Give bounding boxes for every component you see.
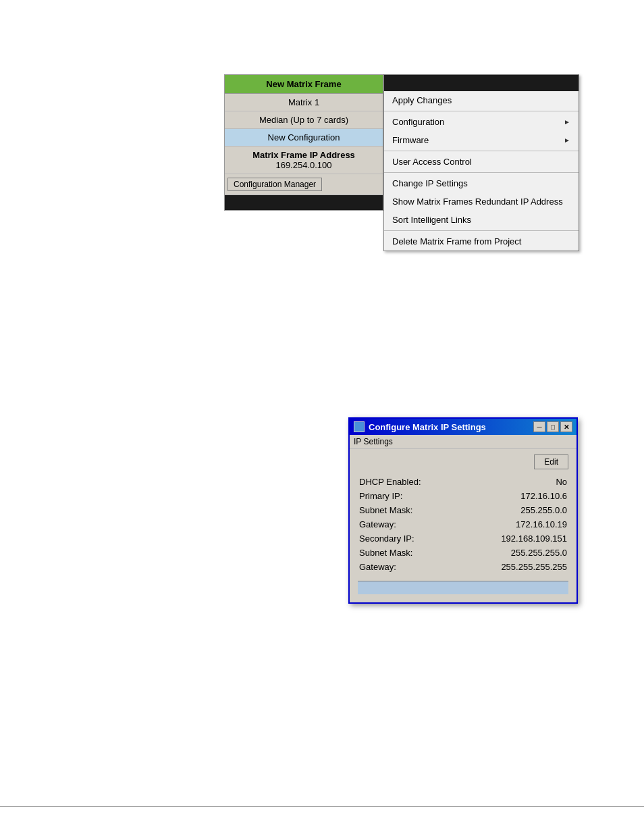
ip-setting-label: Primary IP:: [358, 489, 460, 503]
matrix-frame-header: New Matrix Frame: [225, 75, 383, 94]
ip-setting-value: 255.255.255.255: [460, 560, 568, 574]
ip-setting-label: Secondary IP:: [358, 531, 460, 546]
context-menu-configuration[interactable]: Configuration ►: [384, 113, 579, 131]
top-section: New Matrix Frame Matrix 1 Median (Up to …: [224, 74, 579, 251]
dialog-content: Edit DHCP Enabled:NoPrimary IP:172.16.10…: [350, 449, 576, 602]
table-row: Primary IP:172.16.10.6: [358, 489, 568, 503]
separator-4: [384, 230, 579, 231]
ip-setting-value: 172.16.10.6: [460, 489, 568, 503]
separator-3: [384, 172, 579, 173]
ip-setting-value: 192.168.109.151: [460, 531, 568, 546]
dialog-menu-bar[interactable]: IP Settings: [350, 435, 576, 449]
ip-setting-value: 255.255.0.0: [460, 503, 568, 517]
ip-setting-label: DHCP Enabled:: [358, 475, 460, 489]
close-button[interactable]: ✕: [560, 421, 572, 432]
ip-setting-value: No: [460, 475, 568, 489]
submenu-arrow-firmware: ►: [564, 136, 570, 144]
titlebar-buttons: ─ □ ✕: [533, 421, 572, 432]
matrix-panel: New Matrix Frame Matrix 1 Median (Up to …: [224, 74, 383, 211]
context-menu-header: [384, 75, 579, 91]
submenu-arrow-configuration: ►: [564, 118, 570, 126]
ip-address-label: Matrix Frame IP Address: [225, 147, 383, 160]
table-row: Gateway:255.255.255.255: [358, 560, 568, 574]
ip-setting-label: Gateway:: [358, 517, 460, 531]
config-manager-row: Configuration Manager: [225, 174, 383, 195]
ip-address-value: 169.254.0.100: [225, 160, 383, 174]
table-row: Gateway:172.16.10.19: [358, 517, 568, 531]
ip-settings-table: DHCP Enabled:NoPrimary IP:172.16.10.6Sub…: [358, 475, 568, 574]
context-menu: Apply Changes Configuration ► Firmware ►…: [383, 74, 579, 251]
ip-setting-value: 172.16.10.19: [460, 517, 568, 531]
dialog-window: Configure Matrix IP Settings ─ □ ✕ IP Se…: [348, 417, 578, 604]
table-row: Subnet Mask:255.255.0.0: [358, 503, 568, 517]
configuration-manager-button[interactable]: Configuration Manager: [227, 178, 322, 191]
context-menu-delete-matrix-frame[interactable]: Delete Matrix Frame from Project: [384, 232, 579, 251]
edit-button-row: Edit: [358, 454, 568, 469]
context-menu-show-matrix-frames[interactable]: Show Matrix Frames Redundant IP Address: [384, 192, 579, 211]
restore-button[interactable]: □: [547, 421, 559, 432]
edit-button[interactable]: Edit: [534, 454, 568, 469]
dialog-icon: [354, 421, 365, 432]
context-menu-change-ip-settings[interactable]: Change IP Settings: [384, 174, 579, 192]
ip-setting-label: Subnet Mask:: [358, 503, 460, 517]
matrix-row-1: Matrix 1: [225, 94, 383, 111]
separator-1: [384, 111, 579, 111]
ip-setting-label: Gateway:: [358, 560, 460, 574]
titlebar-left: Configure Matrix IP Settings: [354, 421, 486, 432]
separator-2: [384, 151, 579, 151]
table-row: DHCP Enabled:No: [358, 475, 568, 489]
matrix-panel-footer: [225, 195, 383, 210]
dialog-footer: [358, 581, 568, 594]
ip-setting-value: 255.255.255.0: [460, 546, 568, 560]
minimize-button[interactable]: ─: [533, 421, 545, 432]
page-bottom-line: [0, 806, 644, 807]
context-menu-user-access-control[interactable]: User Access Control: [384, 153, 579, 171]
context-menu-sort-intelligent-links[interactable]: Sort Intelligent Links: [384, 211, 579, 229]
matrix-row-2: Median (Up to 7 cards): [225, 111, 383, 129]
context-menu-apply-changes[interactable]: Apply Changes: [384, 91, 579, 109]
table-row: Subnet Mask:255.255.255.0: [358, 546, 568, 560]
ip-settings-dialog: Configure Matrix IP Settings ─ □ ✕ IP Se…: [348, 417, 578, 604]
ip-setting-label: Subnet Mask:: [358, 546, 460, 560]
new-configuration-row[interactable]: New Configuration: [225, 129, 383, 147]
dialog-title: Configure Matrix IP Settings: [369, 422, 486, 432]
table-row: Secondary IP:192.168.109.151: [358, 531, 568, 546]
context-menu-firmware[interactable]: Firmware ►: [384, 131, 579, 149]
dialog-titlebar: Configure Matrix IP Settings ─ □ ✕: [350, 419, 576, 435]
